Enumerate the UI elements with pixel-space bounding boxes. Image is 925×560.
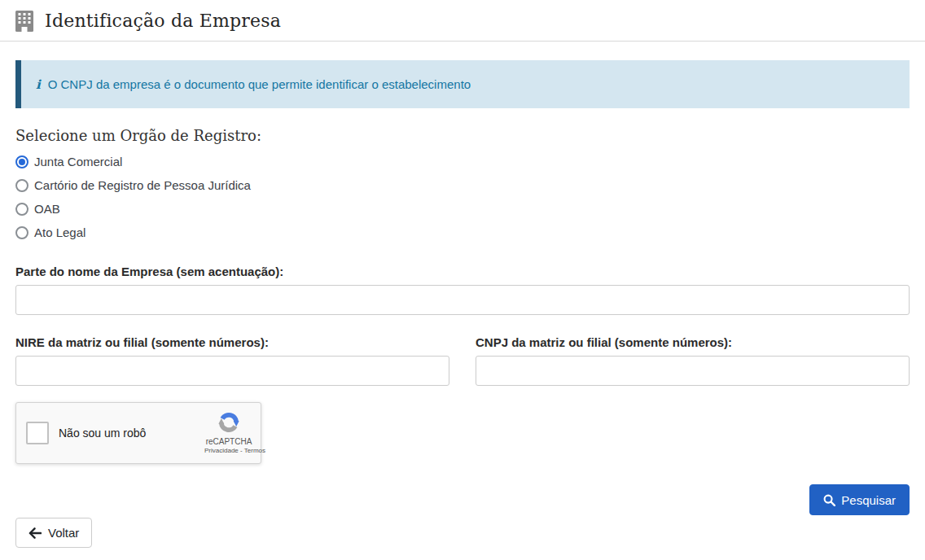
cnpj-label: CNPJ da matriz ou filial (somente número… — [476, 335, 910, 349]
recaptcha-widget: Não sou um robô reCAPTCHA Privacidade - … — [15, 402, 261, 464]
search-icon — [823, 494, 835, 506]
nire-field: NIRE da matriz ou filial (somente número… — [15, 335, 449, 386]
recaptcha-brand: reCAPTCHA Privacidade - Termos — [204, 410, 253, 454]
nire-label: NIRE da matriz ou filial (somente número… — [15, 335, 449, 349]
radio-label: Cartório de Registro de Pessoa Jurídica — [34, 178, 251, 192]
page: Identificação da Empresa i O CNPJ da emp… — [0, 0, 925, 560]
nire-cnpj-row: NIRE da matriz ou filial (somente número… — [15, 335, 910, 386]
cnpj-field: CNPJ da matriz ou filial (somente número… — [476, 335, 910, 386]
radio-input-ato-legal[interactable] — [15, 226, 28, 239]
header-divider — [0, 41, 925, 42]
radio-label: OAB — [34, 202, 60, 216]
back-button-label: Voltar — [48, 526, 79, 540]
search-button-label: Pesquisar — [841, 493, 896, 507]
registry-legend: Selecione um Orgão de Registro: — [15, 127, 910, 144]
radio-option-junta-comercial[interactable]: Junta Comercial — [15, 155, 910, 168]
recaptcha-links-separator: - — [240, 447, 243, 454]
registry-radio-group: Junta Comercial Cartório de Registro de … — [15, 155, 910, 239]
radio-input-oab[interactable] — [15, 203, 28, 216]
radio-label: Ato Legal — [34, 225, 85, 239]
cnpj-input[interactable] — [476, 356, 910, 386]
arrow-left-icon — [28, 527, 42, 539]
recaptcha-wordmark: reCAPTCHA — [204, 437, 253, 446]
recaptcha-privacy-link[interactable]: Privacidade — [204, 447, 239, 454]
building-icon — [15, 11, 33, 32]
info-alert-text: O CNPJ da empresa é o documento que perm… — [48, 77, 471, 91]
back-button[interactable]: Voltar — [15, 518, 92, 548]
recaptcha-links: Privacidade - Termos — [204, 447, 253, 454]
recaptcha-checkbox[interactable] — [26, 422, 49, 444]
search-button[interactable]: Pesquisar — [809, 484, 910, 515]
page-header: Identificação da Empresa — [15, 0, 910, 34]
nire-input[interactable] — [15, 356, 449, 386]
info-alert: i O CNPJ da empresa é o documento que pe… — [15, 60, 910, 108]
search-button-row: Pesquisar — [15, 484, 910, 515]
radio-label: Junta Comercial — [34, 155, 122, 168]
company-name-label: Parte do nome da Empresa (sem acentuação… — [15, 265, 910, 278]
radio-input-cartorio[interactable] — [15, 179, 28, 192]
radio-option-cartorio[interactable]: Cartório de Registro de Pessoa Jurídica — [15, 178, 910, 192]
page-title: Identificação da Empresa — [45, 11, 281, 31]
recaptcha-logo-icon — [217, 410, 241, 435]
radio-option-ato-legal[interactable]: Ato Legal — [15, 225, 910, 239]
radio-input-junta-comercial[interactable] — [15, 155, 28, 168]
recaptcha-label: Não sou um robô — [59, 427, 146, 440]
recaptcha-terms-link[interactable]: Termos — [244, 447, 265, 454]
radio-option-oab[interactable]: OAB — [15, 202, 910, 216]
company-name-input[interactable] — [15, 285, 910, 315]
info-icon: i — [36, 77, 41, 92]
